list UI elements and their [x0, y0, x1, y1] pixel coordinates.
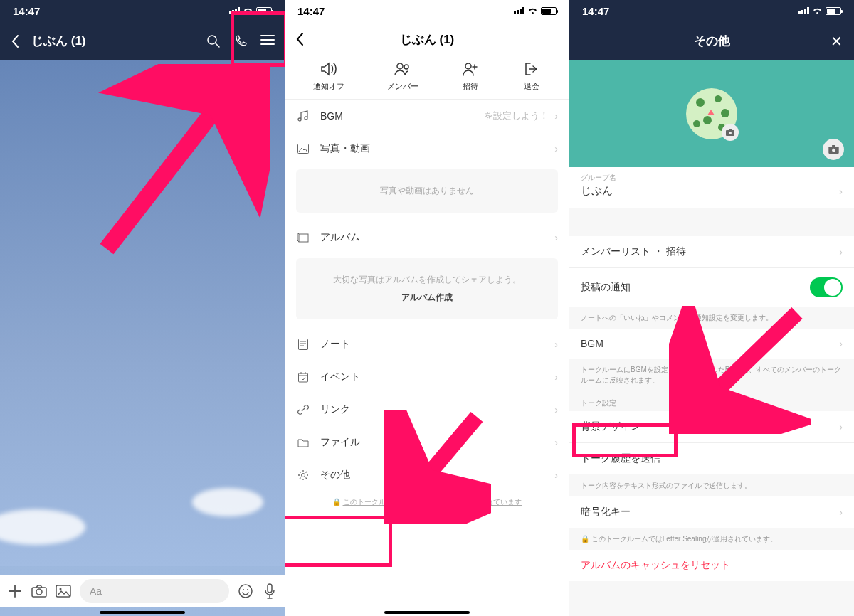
row-member-list[interactable]: メンバーリスト ・ 招待 ›: [569, 236, 854, 267]
status-bar: 14:47: [285, 0, 569, 21]
signal-icon: [514, 7, 524, 14]
svg-point-0: [208, 36, 216, 44]
group-avatar[interactable]: [686, 88, 737, 139]
svg-point-10: [397, 63, 403, 69]
svg-point-26: [729, 132, 732, 134]
row-bgm[interactable]: BGM を設定しよう！ ›: [285, 100, 569, 132]
svg-point-4: [60, 588, 62, 590]
search-icon[interactable]: [206, 34, 221, 48]
plus-icon[interactable]: [7, 583, 23, 599]
row-event[interactable]: イベント ›: [285, 361, 569, 393]
menu-header: じぶん (1): [285, 21, 569, 57]
calendar-icon: [296, 372, 310, 383]
wifi-icon: [527, 7, 538, 15]
svg-point-17: [302, 474, 305, 477]
camera-icon[interactable]: [31, 583, 47, 599]
chevron-right-icon: ›: [554, 110, 558, 122]
back-button[interactable]: [10, 34, 20, 48]
chevron-right-icon: ›: [839, 338, 843, 349]
notify-toggle[interactable]: [810, 277, 843, 297]
svg-point-2: [36, 589, 42, 595]
chevron-right-icon: ›: [839, 185, 843, 197]
invite-icon: [461, 61, 480, 77]
chat-screen: 14:47 じぶん (1) Aa: [0, 0, 285, 616]
chevron-right-icon: ›: [554, 143, 558, 154]
status-time: 14:47: [13, 5, 40, 17]
photos-empty: 写真や動画はありません: [296, 169, 558, 213]
action-notify-off[interactable]: 通知オフ: [313, 61, 344, 92]
chevron-right-icon: ›: [839, 421, 843, 432]
svg-rect-8: [268, 584, 272, 593]
status-icons: [514, 7, 557, 15]
svg-line-9: [107, 75, 242, 249]
status-bar: 14:47: [569, 0, 854, 21]
status-icons: [798, 7, 841, 15]
row-reset-cache[interactable]: アルバムのキャッシュをリセット: [569, 550, 854, 581]
action-leave[interactable]: 退会: [522, 61, 541, 92]
link-icon: [296, 404, 310, 415]
arrow-to-bg-design: [669, 306, 811, 434]
battery-icon: [541, 7, 557, 15]
svg-point-21: [721, 109, 729, 117]
row-photos[interactable]: 写真・動画 ›: [285, 132, 569, 165]
message-input[interactable]: Aa: [80, 579, 229, 603]
album-icon: [296, 233, 310, 243]
lock-icon: 🔒: [581, 535, 589, 543]
mic-icon[interactable]: [262, 583, 278, 599]
svg-point-6: [243, 589, 244, 590]
svg-point-23: [693, 120, 700, 127]
status-time: 14:47: [582, 5, 609, 17]
svg-rect-27: [729, 129, 732, 131]
encryption-hint: 🔒 このトークルームではLetter Sealingが適用されています。: [569, 528, 854, 550]
svg-point-12: [465, 63, 471, 69]
chevron-right-icon: ›: [554, 232, 558, 243]
signal-icon: [798, 7, 809, 14]
status-time: 14:47: [297, 5, 325, 17]
send-history-hint: トーク内容をテキスト形式のファイルで送信します。: [569, 474, 854, 496]
back-button[interactable]: [295, 32, 305, 46]
svg-point-11: [404, 65, 408, 69]
home-indicator: [100, 611, 185, 614]
action-members[interactable]: メンバー: [387, 61, 418, 92]
highlight-menu: [231, 11, 285, 67]
svg-point-22: [703, 116, 712, 124]
svg-rect-16: [299, 373, 308, 382]
chat-input-bar: Aa: [0, 575, 285, 607]
chevron-right-icon: ›: [839, 246, 843, 257]
battery-icon: [826, 7, 841, 15]
chevron-right-icon: ›: [554, 404, 558, 415]
music-icon: [296, 110, 310, 122]
folder-icon: [296, 438, 310, 447]
row-album[interactable]: アルバム ›: [285, 221, 569, 254]
chat-menu-screen: 14:47 じぶん (1) 通知オフ メンバー 招待: [285, 0, 569, 616]
arrow-to-menu: [93, 64, 270, 263]
avatar-camera-icon[interactable]: [722, 124, 739, 141]
chevron-right-icon: ›: [554, 437, 558, 448]
svg-line-18: [402, 417, 477, 506]
svg-point-7: [247, 589, 248, 590]
row-encryption[interactable]: 暗号化キー ›: [569, 496, 854, 528]
row-post-notify: 投稿の通知: [569, 268, 854, 307]
speaker-icon: [320, 61, 338, 77]
emoji-icon[interactable]: [238, 583, 253, 599]
cover-camera-icon[interactable]: [823, 139, 844, 160]
photo-icon: [296, 144, 310, 154]
group-name-row[interactable]: グループ名 じぶん›: [569, 167, 854, 208]
row-note[interactable]: ノート ›: [285, 328, 569, 361]
svg-rect-30: [832, 145, 835, 148]
svg-point-5: [239, 585, 252, 598]
menu-title: じぶん (1): [400, 31, 455, 48]
action-invite[interactable]: 招待: [461, 61, 480, 92]
highlight-bg-design: [572, 423, 678, 457]
members-icon: [394, 61, 412, 77]
close-button[interactable]: ✕: [831, 33, 843, 50]
action-row: 通知オフ メンバー 招待 退会: [285, 57, 569, 100]
chevron-right-icon: ›: [554, 339, 558, 350]
chevron-right-icon: ›: [554, 371, 558, 383]
svg-point-20: [715, 95, 722, 102]
picture-icon[interactable]: [56, 583, 71, 599]
gear-icon: [296, 469, 310, 481]
album-empty[interactable]: 大切な写真はアルバムを作成してシェアしよう。 アルバム作成: [296, 258, 558, 319]
settings-screen: 14:47 その他 ✕ グループ名 じぶん›: [569, 0, 854, 616]
svg-point-29: [832, 149, 835, 152]
